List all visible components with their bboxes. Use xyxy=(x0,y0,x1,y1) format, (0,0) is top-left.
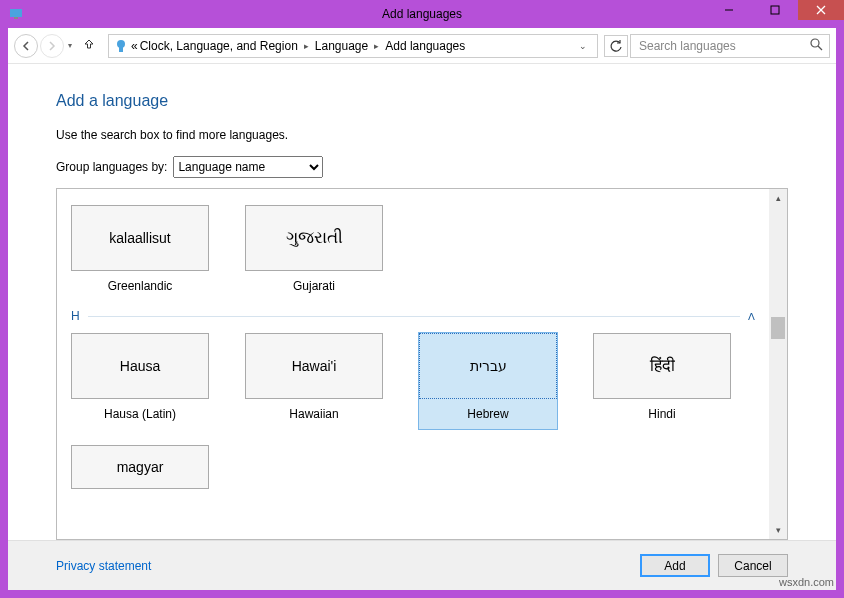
group-by-row: Group languages by: Language name xyxy=(56,156,788,178)
maximize-button[interactable] xyxy=(752,0,798,20)
location-icon xyxy=(113,38,129,54)
back-button[interactable] xyxy=(14,34,38,58)
scrollbar[interactable]: ▴ ▾ xyxy=(769,189,787,539)
svg-point-8 xyxy=(811,39,819,47)
window-body: ▾ « Clock, Language, and Region ▸ Langua… xyxy=(8,28,836,590)
group-by-select[interactable]: Language name xyxy=(173,156,323,178)
language-list-box: kalaallisut Greenlandic ગુજરાતી Gujarati… xyxy=(56,188,788,540)
scroll-down-button[interactable]: ▾ xyxy=(769,521,787,539)
language-item-greenlandic[interactable]: kalaallisut Greenlandic xyxy=(71,205,209,293)
section-label: H xyxy=(71,309,80,323)
language-name: Gujarati xyxy=(245,279,383,293)
minimize-button[interactable] xyxy=(706,0,752,20)
language-row: Hausa Hausa (Latin) Hawai'i Hawaiian עבר… xyxy=(71,333,755,429)
history-dropdown-icon[interactable]: ▾ xyxy=(68,41,72,50)
titlebar[interactable]: Add languages xyxy=(0,0,844,28)
breadcrumb-item-clock-region[interactable]: Clock, Language, and Region xyxy=(140,39,298,53)
language-item-magyar[interactable]: magyar xyxy=(71,445,209,489)
breadcrumb[interactable]: « Clock, Language, and Region ▸ Language… xyxy=(108,34,598,58)
breadcrumb-dropdown-icon[interactable]: ⌄ xyxy=(573,41,593,51)
nav-row: ▾ « Clock, Language, and Region ▸ Langua… xyxy=(8,28,836,64)
language-item-hebrew[interactable]: עברית Hebrew xyxy=(419,333,557,429)
svg-rect-1 xyxy=(14,17,18,19)
search-icon xyxy=(810,38,823,54)
language-item-hindi[interactable]: हिंदी Hindi xyxy=(593,333,731,429)
scroll-up-button[interactable]: ▴ xyxy=(769,189,787,207)
language-tile[interactable]: magyar xyxy=(71,445,209,489)
section-header-h[interactable]: H ᐱ xyxy=(71,309,755,323)
language-tile[interactable]: עברית xyxy=(419,333,557,399)
refresh-button[interactable] xyxy=(604,35,628,57)
svg-rect-7 xyxy=(119,47,123,52)
footer: Privacy statement Add Cancel xyxy=(8,540,836,590)
chevron-right-icon: ▸ xyxy=(304,41,309,51)
language-name: Hawaiian xyxy=(245,407,383,421)
svg-point-6 xyxy=(117,40,125,48)
section-divider xyxy=(88,316,740,317)
svg-rect-0 xyxy=(10,9,22,17)
language-name: Hausa (Latin) xyxy=(71,407,209,421)
window-controls xyxy=(706,0,844,20)
group-by-label: Group languages by: xyxy=(56,160,167,174)
svg-line-9 xyxy=(818,46,822,50)
privacy-link[interactable]: Privacy statement xyxy=(56,559,151,573)
language-name: Greenlandic xyxy=(71,279,209,293)
watermark: wsxdn.com xyxy=(779,576,834,588)
app-icon xyxy=(8,6,24,22)
language-row: kalaallisut Greenlandic ગુજરાતી Gujarati xyxy=(71,205,755,293)
chevron-right-icon: ▸ xyxy=(374,41,379,51)
language-row: magyar xyxy=(71,445,755,489)
svg-rect-3 xyxy=(771,6,779,14)
breadcrumb-item-language[interactable]: Language xyxy=(315,39,368,53)
language-item-hawaiian[interactable]: Hawai'i Hawaiian xyxy=(245,333,383,429)
scroll-thumb[interactable] xyxy=(771,317,785,339)
collapse-caret-icon[interactable]: ᐱ xyxy=(748,311,755,322)
language-tile[interactable]: हिंदी xyxy=(593,333,731,399)
language-tile[interactable]: Hausa xyxy=(71,333,209,399)
language-name: Hindi xyxy=(593,407,731,421)
close-button[interactable] xyxy=(798,0,844,20)
search-box[interactable] xyxy=(630,34,830,58)
language-name: Hebrew xyxy=(419,407,557,429)
content-area: Add a language Use the search box to fin… xyxy=(8,64,836,540)
language-tile[interactable]: kalaallisut xyxy=(71,205,209,271)
page-title: Add a language xyxy=(56,92,788,110)
language-tile[interactable]: ગુજરાતી xyxy=(245,205,383,271)
breadcrumb-item-add-languages[interactable]: Add languages xyxy=(385,39,465,53)
language-item-gujarati[interactable]: ગુજરાતી Gujarati xyxy=(245,205,383,293)
language-list-inner: kalaallisut Greenlandic ગુજરાતી Gujarati… xyxy=(57,189,769,539)
page-hint: Use the search box to find more language… xyxy=(56,128,788,142)
scroll-track[interactable] xyxy=(769,207,787,521)
up-button[interactable] xyxy=(82,37,96,54)
cancel-button[interactable]: Cancel xyxy=(718,554,788,577)
search-input[interactable] xyxy=(637,38,810,54)
language-tile[interactable]: Hawai'i xyxy=(245,333,383,399)
add-button[interactable]: Add xyxy=(640,554,710,577)
breadcrumb-chevron-start: « xyxy=(131,39,138,53)
forward-button[interactable] xyxy=(40,34,64,58)
language-item-hausa[interactable]: Hausa Hausa (Latin) xyxy=(71,333,209,429)
